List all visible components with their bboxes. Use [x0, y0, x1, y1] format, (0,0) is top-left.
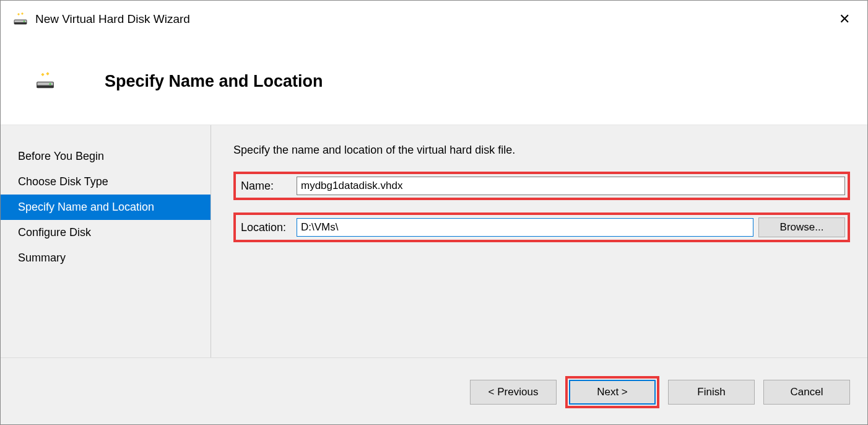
disk-wizard-icon [13, 12, 28, 27]
nav-item-before-you-begin[interactable]: Before You Begin [1, 144, 210, 169]
close-button[interactable]: ✕ [834, 9, 855, 30]
location-input[interactable] [297, 218, 753, 237]
finish-button[interactable]: Finish [668, 380, 755, 405]
content-panel: Specify the name and location of the vir… [211, 125, 867, 357]
svg-point-5 [49, 83, 51, 85]
next-button-highlight: Next > [565, 376, 659, 408]
wizard-body: Before You Begin Choose Disk Type Specif… [1, 125, 867, 357]
instruction-text: Specify the name and location of the vir… [233, 144, 850, 157]
nav-item-configure-disk[interactable]: Configure Disk [1, 220, 210, 245]
name-input[interactable] [297, 177, 845, 195]
wizard-footer: < Previous Next > Finish Cancel [1, 357, 867, 425]
nav-item-choose-disk-type[interactable]: Choose Disk Type [1, 169, 210, 195]
svg-rect-1 [14, 22, 27, 24]
nav-item-summary[interactable]: Summary [1, 245, 210, 271]
header-band: Specify Name and Location [1, 38, 867, 125]
next-button[interactable]: Next > [569, 380, 656, 405]
page-title: Specify Name and Location [105, 72, 323, 91]
wizard-nav: Before You Begin Choose Disk Type Specif… [1, 125, 211, 357]
location-field-row: Location: Browse... [233, 212, 850, 242]
svg-point-2 [24, 20, 25, 22]
previous-button[interactable]: < Previous [470, 380, 557, 405]
window-title: New Virtual Hard Disk Wizard [35, 12, 834, 26]
svg-rect-4 [37, 85, 54, 88]
name-label: Name: [238, 180, 297, 193]
name-field-row: Name: [233, 172, 850, 200]
location-label: Location: [238, 221, 297, 234]
title-bar: New Virtual Hard Disk Wizard ✕ [1, 1, 867, 38]
disk-wizard-large-icon [35, 71, 55, 91]
browse-button[interactable]: Browse... [758, 217, 845, 237]
cancel-button[interactable]: Cancel [763, 380, 850, 405]
nav-item-specify-name-and-location[interactable]: Specify Name and Location [1, 195, 210, 220]
